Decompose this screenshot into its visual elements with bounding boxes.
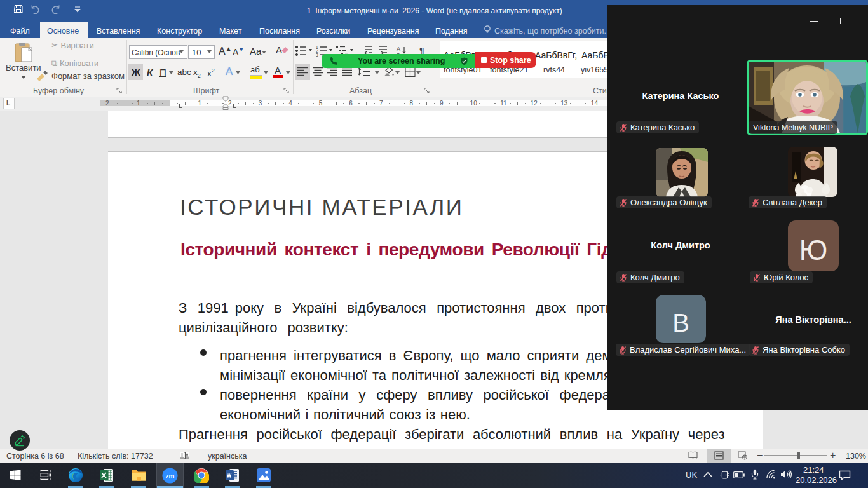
- svg-text:3: 3: [316, 53, 318, 57]
- svg-text:zm: zm: [166, 473, 175, 480]
